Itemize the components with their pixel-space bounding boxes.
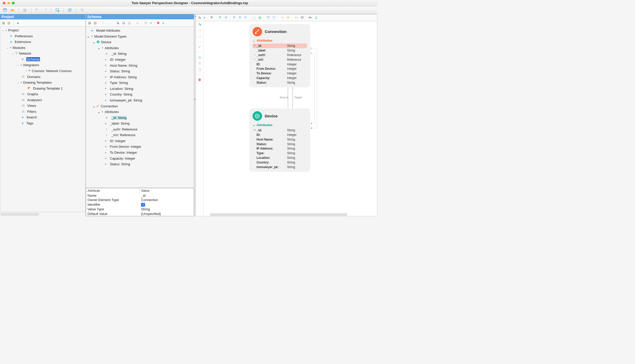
schema-node-device-attributes[interactable]: ⌄▼Attributes — [87, 45, 193, 51]
schema-device-attr[interactable]: Host Name: String — [87, 63, 193, 68]
tree-node-graphs[interactable]: Graphs — [1, 91, 85, 97]
connection-attr-row[interactable]: To Device:Integer — [253, 71, 307, 76]
tree-node-analyzers[interactable]: Analyzers — [1, 97, 85, 103]
schema-device-attr[interactable]: Type: String — [87, 80, 193, 86]
tree-node-domains[interactable]: Domains — [1, 74, 85, 80]
connection-attr-row[interactable]: _id:String — [253, 44, 307, 48]
device-attr-header[interactable]: ⌄Attributes — [253, 123, 307, 127]
prop-valuetype-value[interactable]: String — [140, 207, 152, 211]
connection-attr-row[interactable]: Status:String — [253, 80, 307, 85]
edit-icon[interactable] — [136, 21, 139, 25]
device-attr-row[interactable]: Host Name:String — [253, 137, 307, 142]
refresh-layout-icon[interactable] — [281, 16, 284, 19]
shape2-icon[interactable]: ▢ — [198, 35, 201, 38]
device-attr-row[interactable]: Status:String — [253, 142, 307, 146]
auto-layout-icon[interactable] — [286, 16, 290, 19]
schema-connection-attr[interactable]: _id: String — [87, 115, 193, 121]
copy2-icon[interactable]: ⧉ — [198, 62, 201, 65]
open-icon[interactable] — [10, 8, 15, 13]
tree-node-drawing-template-1[interactable]: Drawing Template 1 — [1, 85, 85, 91]
schema-connection-attr[interactable]: ID: Integer — [87, 138, 193, 144]
device-attr-row[interactable]: Country:String — [253, 160, 307, 165]
connection-attr-row[interactable]: _label:String — [253, 48, 307, 53]
schema-device-attr[interactable]: Country: String — [87, 92, 193, 98]
schema-node-model-attributes[interactable]: Model Attributes — [87, 28, 193, 33]
schema-node-model-element-types[interactable]: ⌄▼Model Element Types — [87, 33, 193, 39]
add-shape-icon[interactable] — [198, 23, 201, 26]
layout-1-icon[interactable]: ⬚ — [253, 16, 256, 19]
schema-connection-attr[interactable]: To Device: Integer — [87, 150, 193, 155]
schema-connection-attr[interactable]: _inV: Reference — [87, 132, 193, 138]
shape-icon[interactable]: ▢ — [198, 29, 201, 32]
add-grid-icon[interactable] — [122, 21, 125, 25]
minimize-window-button[interactable] — [7, 2, 10, 5]
schema-connection-attr[interactable]: _label: String — [87, 120, 193, 126]
tree-node-preferences[interactable]: Preferences — [1, 33, 85, 39]
expand-all-icon[interactable]: ⊞ — [88, 21, 91, 25]
table-view-icon[interactable] — [300, 16, 304, 19]
tree-node-tags[interactable]: Tags — [1, 120, 85, 126]
tree-node-schema[interactable]: Schema — [1, 56, 85, 62]
device-attr-row[interactable]: _id:String — [253, 128, 307, 133]
device-attr-row[interactable]: tomsawyer_pk:String — [253, 165, 307, 169]
redo-icon[interactable] — [43, 8, 47, 13]
link-icon[interactable] — [295, 16, 298, 19]
pointer-icon[interactable] — [210, 16, 214, 19]
connection-attr-row[interactable]: _outV:Reference — [253, 53, 307, 57]
graph-1-icon[interactable] — [266, 16, 270, 19]
schema-node-connection[interactable]: ⌄Connection — [87, 103, 193, 109]
schema-device-attr[interactable]: Status: String — [87, 68, 193, 74]
schema-device-attr[interactable]: tomsawyer_pk: String — [87, 97, 193, 103]
copy-icon[interactable] — [144, 21, 147, 25]
zoom-out-icon[interactable] — [238, 16, 242, 19]
undo-icon[interactable] — [35, 8, 40, 13]
zoom-in-icon[interactable] — [232, 16, 236, 19]
move-down-icon[interactable]: ↓ — [108, 21, 111, 25]
tree-node-filters[interactable]: Filters — [1, 109, 85, 115]
project-hscrollbar[interactable] — [1, 213, 39, 216]
expand-all-icon[interactable]: ⊞ — [2, 21, 5, 25]
move-up-icon[interactable]: ↑ — [102, 21, 105, 25]
prop-default-value[interactable]: {Unspecified} — [140, 212, 163, 216]
schema-device-attr[interactable]: _id: String — [87, 51, 193, 57]
schema-device-attr[interactable]: IP Address: String — [87, 74, 193, 80]
connection-card[interactable]: Connection ⌄Attributes _id:String_label:… — [249, 24, 310, 87]
tree-node-integrators[interactable]: ⌄▼Integrators — [1, 62, 85, 68]
tree-node-project[interactable]: ⌄▼Project — [1, 27, 85, 33]
close-window-button[interactable] — [3, 2, 6, 5]
new-project-icon[interactable] — [3, 8, 7, 13]
graph-2-icon[interactable] — [272, 16, 276, 19]
connection-attr-header[interactable]: ⌄Attributes — [253, 39, 307, 42]
user-icon[interactable] — [315, 16, 318, 19]
delete2-icon[interactable] — [198, 78, 201, 81]
prop-name-value[interactable]: _id — [140, 193, 147, 198]
save-icon[interactable] — [22, 8, 27, 13]
export-icon[interactable] — [309, 16, 312, 19]
tree-node-views[interactable]: Views — [1, 103, 85, 109]
identifier-checkbox[interactable]: ✓ — [141, 203, 145, 207]
globe-refresh-icon[interactable] — [67, 8, 72, 13]
layout-2-icon[interactable]: ⊞ — [258, 16, 262, 19]
connection-attr-row[interactable]: ID:Integer — [253, 62, 307, 67]
tree-node-search[interactable]: Search — [1, 115, 85, 120]
device-card[interactable]: Device ⌄Attributes _id:StringID:IntegerH… — [249, 109, 310, 172]
tree-node-network[interactable]: ⌄Network — [1, 51, 85, 57]
connection-attr-row[interactable]: From Device:Integer — [253, 66, 307, 71]
tree-node-extensions[interactable]: Extensions — [1, 39, 85, 45]
schema-device-attr[interactable]: ID: Integer — [87, 57, 193, 63]
pencil-icon[interactable] — [198, 45, 201, 49]
device-attr-row[interactable]: Type:String — [253, 151, 307, 155]
schema-tree[interactable]: Model Attributes ⌄▼Model Element Types ⌄… — [86, 27, 194, 188]
collapse-all-icon[interactable]: ⊟ — [7, 21, 11, 25]
paste-icon[interactable]: 📋 — [198, 68, 201, 71]
device-attr-row[interactable]: IP Address:String — [253, 146, 307, 151]
block-icon[interactable]: ▧ — [128, 21, 131, 25]
schema-connection-attr[interactable]: Capacity: Integer — [87, 155, 193, 161]
device-attr-row[interactable]: Location:String — [253, 155, 307, 160]
device-attr-row[interactable]: ID:Integer — [253, 133, 307, 137]
zoom-window-button[interactable] — [12, 2, 15, 5]
project-tree[interactable]: ⌄▼Project Preferences Extensions ⌄▼Modul… — [0, 27, 86, 212]
tree-node-cosmos[interactable]: ⌄Cosmos: Network Cosmos — [1, 68, 85, 74]
schema-connection-attr[interactable]: From Device: Integer — [87, 144, 193, 150]
prop-owner-value[interactable]: Connection — [140, 198, 160, 202]
